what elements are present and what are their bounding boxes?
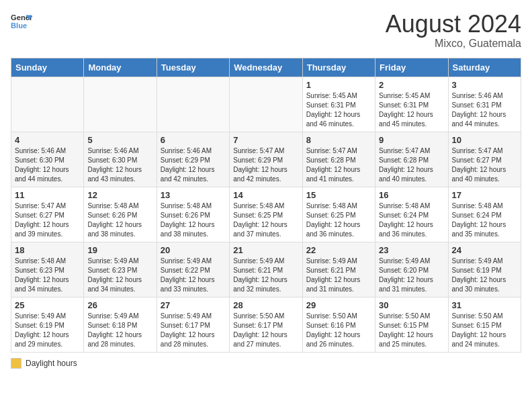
day-detail: Sunrise: 5:49 AM Sunset: 6:17 PM Dayligh… [161, 312, 226, 349]
day-number: 26 [87, 300, 152, 310]
logo-icon: General Blue [11, 11, 32, 32]
col-wednesday: Wednesday [230, 58, 302, 77]
calendar-cell: 24Sunrise: 5:49 AM Sunset: 6:19 PM Dayli… [448, 242, 521, 297]
calendar-cell: 19Sunrise: 5:49 AM Sunset: 6:23 PM Dayli… [84, 242, 157, 297]
day-number: 21 [233, 245, 298, 255]
legend-icon [11, 358, 21, 369]
day-detail: Sunrise: 5:49 AM Sunset: 6:18 PM Dayligh… [87, 312, 152, 349]
col-monday: Monday [84, 58, 157, 77]
calendar-cell: 12Sunrise: 5:48 AM Sunset: 6:26 PM Dayli… [84, 187, 157, 242]
calendar-cell: 5Sunrise: 5:46 AM Sunset: 6:30 PM Daylig… [84, 132, 157, 187]
calendar-cell [84, 77, 157, 132]
calendar-cell: 27Sunrise: 5:49 AM Sunset: 6:17 PM Dayli… [157, 297, 229, 352]
day-detail: Sunrise: 5:49 AM Sunset: 6:19 PM Dayligh… [15, 312, 80, 349]
day-number: 20 [161, 245, 226, 255]
day-detail: Sunrise: 5:50 AM Sunset: 6:15 PM Dayligh… [379, 312, 444, 349]
day-detail: Sunrise: 5:46 AM Sunset: 6:29 PM Dayligh… [161, 146, 226, 184]
page-header: General Blue August 2024 Mixco, Guatemal… [11, 11, 521, 50]
day-number: 9 [379, 135, 444, 145]
calendar-cell: 16Sunrise: 5:48 AM Sunset: 6:24 PM Dayli… [375, 187, 448, 242]
calendar-cell: 18Sunrise: 5:48 AM Sunset: 6:23 PM Dayli… [11, 242, 84, 297]
calendar-cell: 17Sunrise: 5:48 AM Sunset: 6:24 PM Dayli… [448, 187, 521, 242]
calendar-cell: 6Sunrise: 5:46 AM Sunset: 6:29 PM Daylig… [157, 132, 229, 187]
day-number: 5 [87, 135, 152, 145]
day-detail: Sunrise: 5:46 AM Sunset: 6:30 PM Dayligh… [87, 146, 152, 184]
day-detail: Sunrise: 5:46 AM Sunset: 6:30 PM Dayligh… [15, 146, 80, 184]
day-number: 15 [306, 190, 371, 200]
calendar-week-1: 1Sunrise: 5:45 AM Sunset: 6:31 PM Daylig… [11, 77, 521, 132]
day-detail: Sunrise: 5:45 AM Sunset: 6:31 PM Dayligh… [379, 91, 444, 129]
day-number: 28 [233, 300, 298, 310]
calendar-cell: 4Sunrise: 5:46 AM Sunset: 6:30 PM Daylig… [11, 132, 84, 187]
day-number: 11 [15, 190, 80, 200]
day-detail: Sunrise: 5:49 AM Sunset: 6:21 PM Dayligh… [306, 257, 371, 294]
day-detail: Sunrise: 5:49 AM Sunset: 6:21 PM Dayligh… [233, 257, 298, 294]
calendar-cell: 20Sunrise: 5:49 AM Sunset: 6:22 PM Dayli… [157, 242, 229, 297]
day-number: 29 [306, 300, 371, 310]
logo: General Blue [11, 11, 32, 32]
col-thursday: Thursday [302, 58, 375, 77]
day-number: 1 [306, 80, 371, 90]
day-number: 31 [452, 300, 517, 310]
calendar-cell: 22Sunrise: 5:49 AM Sunset: 6:21 PM Dayli… [302, 242, 375, 297]
day-number: 25 [15, 300, 80, 310]
day-detail: Sunrise: 5:48 AM Sunset: 6:24 PM Dayligh… [379, 201, 444, 239]
calendar-cell [11, 77, 84, 132]
day-number: 14 [233, 190, 298, 200]
day-detail: Sunrise: 5:47 AM Sunset: 6:27 PM Dayligh… [452, 146, 517, 184]
col-sunday: Sunday [11, 58, 84, 77]
calendar-cell: 31Sunrise: 5:50 AM Sunset: 6:15 PM Dayli… [448, 297, 521, 352]
day-number: 7 [233, 135, 298, 145]
calendar-cell: 15Sunrise: 5:48 AM Sunset: 6:25 PM Dayli… [302, 187, 375, 242]
day-number: 13 [161, 190, 226, 200]
calendar-cell: 9Sunrise: 5:47 AM Sunset: 6:28 PM Daylig… [375, 132, 448, 187]
calendar-table: Sunday Monday Tuesday Wednesday Thursday… [11, 58, 521, 353]
day-detail: Sunrise: 5:47 AM Sunset: 6:27 PM Dayligh… [15, 201, 80, 239]
day-detail: Sunrise: 5:50 AM Sunset: 6:17 PM Dayligh… [233, 312, 298, 349]
calendar-cell [157, 77, 229, 132]
location: Mixco, Guatemala [386, 38, 521, 50]
title-block: August 2024 Mixco, Guatemala [386, 11, 521, 50]
day-detail: Sunrise: 5:49 AM Sunset: 6:20 PM Dayligh… [379, 257, 444, 294]
day-detail: Sunrise: 5:50 AM Sunset: 6:15 PM Dayligh… [452, 312, 517, 349]
calendar-cell: 30Sunrise: 5:50 AM Sunset: 6:15 PM Dayli… [375, 297, 448, 352]
day-detail: Sunrise: 5:50 AM Sunset: 6:16 PM Dayligh… [306, 312, 371, 349]
svg-text:Blue: Blue [11, 21, 27, 30]
day-number: 17 [452, 190, 517, 200]
day-detail: Sunrise: 5:47 AM Sunset: 6:28 PM Dayligh… [306, 146, 371, 184]
day-number: 16 [379, 190, 444, 200]
day-number: 27 [161, 300, 226, 310]
calendar-week-5: 25Sunrise: 5:49 AM Sunset: 6:19 PM Dayli… [11, 297, 521, 352]
legend-label: Daylight hours [26, 359, 77, 368]
day-detail: Sunrise: 5:48 AM Sunset: 6:24 PM Dayligh… [452, 201, 517, 239]
calendar-cell: 13Sunrise: 5:48 AM Sunset: 6:26 PM Dayli… [157, 187, 229, 242]
calendar-cell: 26Sunrise: 5:49 AM Sunset: 6:18 PM Dayli… [84, 297, 157, 352]
month-year: August 2024 [386, 11, 521, 38]
day-detail: Sunrise: 5:45 AM Sunset: 6:31 PM Dayligh… [306, 91, 371, 129]
day-detail: Sunrise: 5:49 AM Sunset: 6:22 PM Dayligh… [161, 257, 226, 294]
day-number: 23 [379, 245, 444, 255]
calendar-week-4: 18Sunrise: 5:48 AM Sunset: 6:23 PM Dayli… [11, 242, 521, 297]
calendar-cell [230, 77, 302, 132]
calendar-header-row: Sunday Monday Tuesday Wednesday Thursday… [11, 58, 521, 77]
calendar-cell: 7Sunrise: 5:47 AM Sunset: 6:29 PM Daylig… [230, 132, 302, 187]
col-saturday: Saturday [448, 58, 521, 77]
calendar-cell: 29Sunrise: 5:50 AM Sunset: 6:16 PM Dayli… [302, 297, 375, 352]
day-number: 10 [452, 135, 517, 145]
day-number: 18 [15, 245, 80, 255]
calendar-cell: 1Sunrise: 5:45 AM Sunset: 6:31 PM Daylig… [302, 77, 375, 132]
day-number: 12 [87, 190, 152, 200]
day-number: 3 [452, 80, 517, 90]
calendar-cell: 11Sunrise: 5:47 AM Sunset: 6:27 PM Dayli… [11, 187, 84, 242]
day-detail: Sunrise: 5:47 AM Sunset: 6:28 PM Dayligh… [379, 146, 444, 184]
col-friday: Friday [375, 58, 448, 77]
calendar-cell: 21Sunrise: 5:49 AM Sunset: 6:21 PM Dayli… [230, 242, 302, 297]
day-detail: Sunrise: 5:48 AM Sunset: 6:26 PM Dayligh… [87, 201, 152, 239]
calendar-cell: 2Sunrise: 5:45 AM Sunset: 6:31 PM Daylig… [375, 77, 448, 132]
day-detail: Sunrise: 5:49 AM Sunset: 6:23 PM Dayligh… [87, 257, 152, 294]
day-number: 22 [306, 245, 371, 255]
day-detail: Sunrise: 5:48 AM Sunset: 6:25 PM Dayligh… [306, 201, 371, 239]
col-tuesday: Tuesday [157, 58, 229, 77]
calendar-cell: 28Sunrise: 5:50 AM Sunset: 6:17 PM Dayli… [230, 297, 302, 352]
calendar-cell: 8Sunrise: 5:47 AM Sunset: 6:28 PM Daylig… [302, 132, 375, 187]
